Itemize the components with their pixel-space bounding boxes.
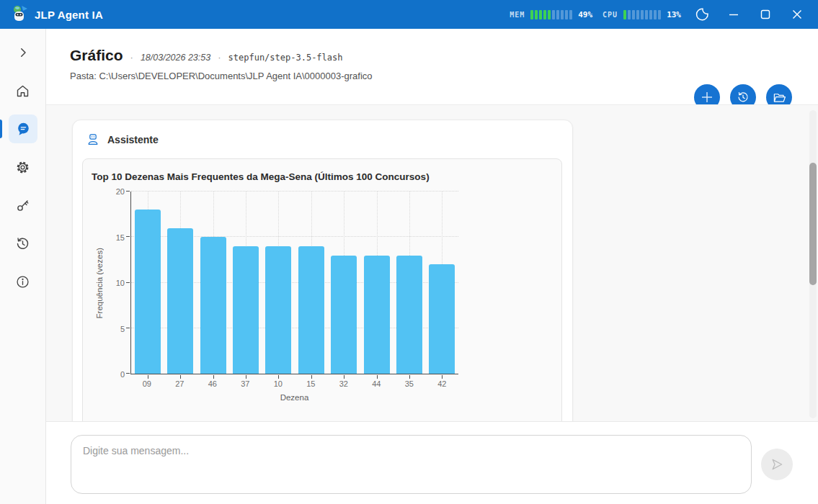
x-tick-mark bbox=[409, 375, 410, 379]
y-tick-mark bbox=[126, 236, 130, 237]
bar-slot bbox=[197, 192, 229, 374]
cpu-label: CPU bbox=[603, 11, 618, 19]
x-tick-label: 10 bbox=[262, 379, 295, 390]
y-tick-mark bbox=[126, 191, 130, 192]
y-tick-mark bbox=[126, 373, 130, 374]
titlebar: JLP Agent IA MEM 49% CPU 13% bbox=[0, 0, 818, 29]
bar bbox=[167, 228, 193, 374]
sidebar bbox=[0, 29, 46, 504]
y-tick-label: 15 bbox=[116, 233, 125, 242]
meter-segment bbox=[548, 10, 551, 19]
maximize-button[interactable] bbox=[755, 4, 776, 25]
chart-plot bbox=[130, 192, 458, 374]
meter-segment bbox=[569, 10, 572, 19]
x-tick-mark bbox=[278, 375, 279, 379]
x-tick-mark bbox=[213, 375, 214, 379]
dot-separator: · bbox=[218, 52, 221, 63]
open-folder-icon bbox=[773, 91, 786, 104]
sidebar-item-home[interactable] bbox=[9, 76, 37, 105]
sidebar-item-history[interactable] bbox=[9, 229, 37, 258]
send-paper-plane-icon bbox=[770, 457, 784, 472]
plus-icon bbox=[701, 91, 713, 104]
meter-segment bbox=[628, 10, 631, 19]
mem-meter: MEM 49% bbox=[510, 10, 592, 19]
meter-segment bbox=[565, 10, 568, 19]
y-axis-title: Frequência (vezes) bbox=[95, 248, 104, 318]
main-area: Gráfico · 18/03/2026 23:53 · stepfun/ste… bbox=[46, 29, 818, 504]
x-tick-mark bbox=[180, 375, 181, 379]
history-icon bbox=[15, 236, 30, 251]
message-input-box bbox=[71, 435, 752, 494]
cpu-meter: CPU 13% bbox=[603, 10, 681, 19]
x-tick-label: 27 bbox=[164, 379, 197, 390]
mem-segments bbox=[530, 10, 572, 19]
x-tick-mark bbox=[344, 375, 344, 379]
bar bbox=[396, 256, 422, 374]
scrollbar-track[interactable] bbox=[809, 110, 817, 418]
page-header: Gráfico · 18/03/2026 23:53 · stepfun/ste… bbox=[46, 29, 818, 104]
bar bbox=[200, 237, 226, 374]
chart-panel: Top 10 Dezenas Mais Frequentes da Mega-S… bbox=[82, 158, 562, 421]
sidebar-item-api-keys[interactable] bbox=[9, 191, 37, 220]
x-tick-label: 46 bbox=[196, 379, 229, 390]
chart-title: Top 10 Dezenas Mais Frequentes da Mega-S… bbox=[83, 159, 561, 192]
bars-row bbox=[131, 192, 458, 374]
x-tick-label: 35 bbox=[393, 379, 426, 390]
theme-toggle-moon-icon[interactable] bbox=[691, 4, 713, 25]
meter-segment bbox=[654, 10, 657, 19]
minimize-button[interactable] bbox=[723, 4, 744, 25]
chat-scroll-area[interactable]: Assistente Top 10 Dezenas Mais Frequente… bbox=[46, 104, 818, 421]
bar-slot bbox=[393, 192, 425, 374]
bar-slot bbox=[164, 192, 196, 374]
active-indicator bbox=[0, 120, 2, 138]
chat-bubble-icon bbox=[15, 121, 31, 137]
x-tick-mark bbox=[148, 375, 148, 379]
bar-slot bbox=[262, 192, 295, 374]
sidebar-expand-button[interactable] bbox=[9, 38, 37, 67]
bar-slot bbox=[295, 192, 327, 374]
session-timestamp: 18/03/2026 23:53 bbox=[141, 53, 210, 63]
meter-segment bbox=[632, 10, 635, 19]
meter-segment bbox=[543, 10, 546, 19]
assistant-message-card: Assistente Top 10 Dezenas Mais Frequente… bbox=[72, 120, 573, 421]
send-button[interactable] bbox=[761, 449, 793, 480]
bar bbox=[429, 264, 455, 374]
scrollbar-thumb[interactable] bbox=[809, 163, 817, 285]
sidebar-item-about[interactable] bbox=[9, 267, 37, 296]
bar bbox=[364, 256, 390, 374]
assistant-label: Assistente bbox=[107, 134, 159, 145]
key-icon bbox=[15, 198, 30, 213]
close-button[interactable] bbox=[786, 4, 808, 25]
bar-slot bbox=[426, 192, 458, 374]
meter-segment bbox=[649, 10, 652, 19]
bar-slot bbox=[229, 192, 262, 374]
cpu-segments bbox=[623, 10, 661, 19]
bar bbox=[298, 246, 324, 374]
bar bbox=[233, 246, 259, 374]
bar bbox=[331, 256, 357, 374]
meter-segment bbox=[530, 10, 533, 19]
home-icon bbox=[15, 84, 30, 99]
history-clock-icon bbox=[737, 91, 750, 104]
y-tick-mark bbox=[126, 282, 130, 283]
meter-segment bbox=[539, 10, 542, 19]
x-axis-title: Dezena bbox=[130, 390, 458, 408]
message-input[interactable] bbox=[71, 436, 751, 493]
app-logo-robot-icon bbox=[10, 4, 29, 24]
sidebar-item-settings[interactable] bbox=[9, 153, 37, 181]
meter-segment bbox=[658, 10, 661, 19]
x-tick-label: 09 bbox=[130, 379, 164, 390]
meter-segment bbox=[561, 10, 564, 19]
meter-segment bbox=[552, 10, 555, 19]
y-tick-label: 5 bbox=[120, 325, 125, 333]
sidebar-item-chat[interactable] bbox=[9, 114, 37, 143]
x-tick-mark bbox=[246, 375, 246, 379]
y-tick-label: 20 bbox=[116, 187, 125, 196]
assistant-robot-icon bbox=[86, 132, 100, 147]
y-axis-labels: 05101520 bbox=[109, 192, 130, 374]
bar bbox=[265, 246, 291, 374]
gear-icon bbox=[15, 160, 30, 175]
x-tick-label: 42 bbox=[426, 379, 459, 390]
model-name: stepfun/step-3.5-flash bbox=[228, 53, 343, 63]
mem-percent: 49% bbox=[578, 10, 592, 19]
